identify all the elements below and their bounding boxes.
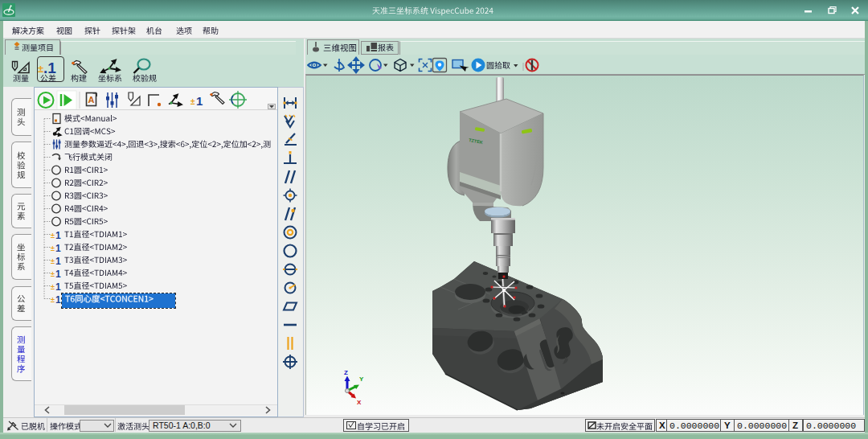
svg-text:A: A: [88, 95, 95, 105]
svg-text:1: 1: [55, 294, 61, 306]
svg-text:Z: Z: [344, 370, 348, 376]
svg-text:1: 1: [55, 281, 61, 293]
svg-text:1: 1: [196, 94, 203, 108]
svg-text:1: 1: [55, 256, 61, 267]
svg-text:±: ±: [51, 232, 55, 240]
svg-text:Y: Y: [359, 375, 364, 383]
svg-text:±: ±: [51, 283, 55, 291]
svg-text:±: ±: [51, 296, 55, 304]
svg-text:1: 1: [55, 243, 61, 254]
svg-text:±: ±: [51, 257, 55, 265]
svg-text:±: ±: [51, 244, 55, 252]
svg-text:X: X: [357, 399, 362, 405]
svg-text:1: 1: [55, 269, 61, 280]
svg-text:±: ±: [51, 270, 55, 278]
svg-text:1: 1: [55, 230, 61, 241]
svg-text:±: ±: [190, 97, 195, 106]
